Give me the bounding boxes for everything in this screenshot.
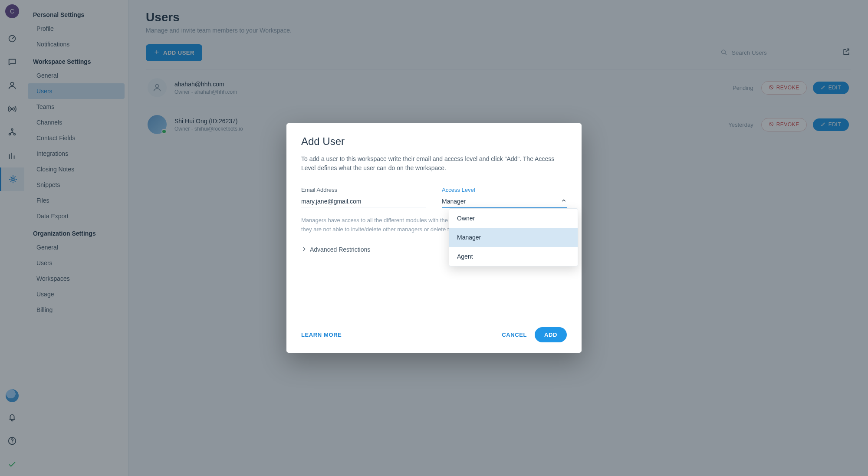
email-input[interactable] <box>301 196 426 207</box>
access-level-label: Access Level <box>442 187 567 193</box>
chevron-right-icon <box>301 246 307 253</box>
option-agent[interactable]: Agent <box>449 247 578 266</box>
email-label: Email Address <box>301 187 426 193</box>
add-user-modal: Add User To add a user to this workspace… <box>286 123 582 352</box>
option-manager[interactable]: Manager <box>449 228 578 247</box>
modal-description: To add a user to this workspace write th… <box>301 154 567 173</box>
access-level-select[interactable]: Manager <box>442 196 567 208</box>
chevron-up-icon <box>561 197 567 205</box>
option-owner[interactable]: Owner <box>449 209 578 228</box>
add-button[interactable]: ADD <box>535 327 567 342</box>
access-level-dropdown: Owner Manager Agent <box>449 208 578 266</box>
advanced-restrictions-label: Advanced Restrictions <box>310 246 370 253</box>
modal-title: Add User <box>301 135 567 148</box>
access-level-value: Manager <box>442 198 466 205</box>
cancel-button[interactable]: CANCEL <box>502 332 527 338</box>
learn-more-button[interactable]: LEARN MORE <box>301 332 342 338</box>
modal-scrim[interactable]: Add User To add a user to this workspace… <box>0 0 868 476</box>
